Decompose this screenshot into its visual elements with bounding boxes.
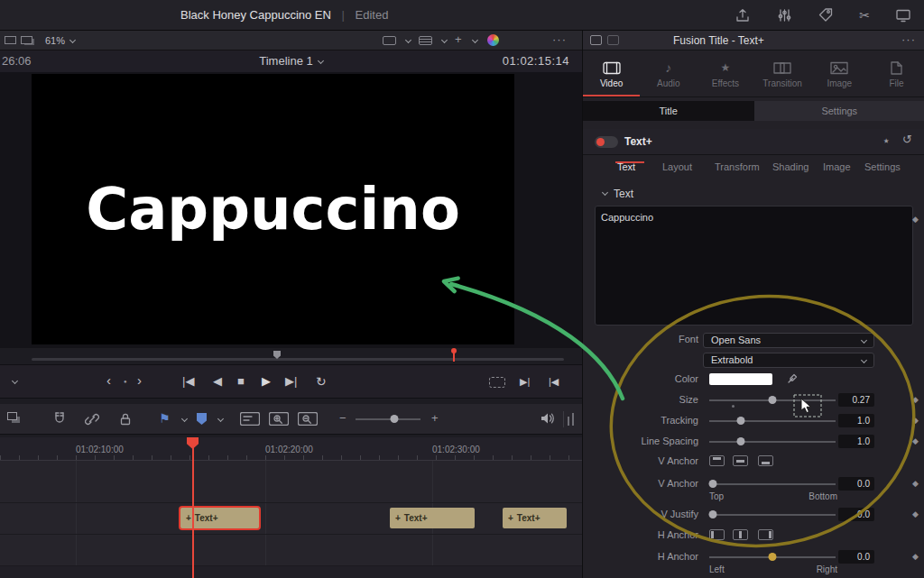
v-anchor-top-button[interactable] <box>709 455 725 466</box>
timeline-view-options-icon[interactable] <box>7 412 17 420</box>
size-value[interactable]: 0.27 <box>838 393 874 407</box>
viewer-options-menu-icon[interactable]: ··· <box>552 31 567 50</box>
dual-screen-icon[interactable] <box>895 7 911 23</box>
chevron-down-icon[interactable] <box>217 416 224 422</box>
video-frame[interactable]: Cappuccino <box>32 74 514 344</box>
zoom-in-view-icon[interactable] <box>269 412 289 426</box>
tab-transition[interactable]: Transition <box>754 52 811 96</box>
loop-button[interactable]: ↻ <box>316 374 327 389</box>
styled-text-input[interactable]: Cappuccino <box>595 206 913 326</box>
next-clip-button[interactable]: › <box>137 372 142 388</box>
v-anchor-bottom-button[interactable] <box>758 455 773 466</box>
play-from-start-button[interactable]: |◀ <box>549 376 559 388</box>
h-anchor-value[interactable]: 0.0 <box>838 550 874 564</box>
dual-viewer-icon[interactable] <box>21 36 32 44</box>
zoom-out-view-icon[interactable] <box>298 412 318 426</box>
keyframe-diamond[interactable]: ◆ <box>912 435 919 447</box>
link-clips-icon[interactable] <box>85 412 99 427</box>
snapping-magnet-icon[interactable] <box>52 411 67 427</box>
tab-settings[interactable]: Settings <box>754 101 924 121</box>
keyframe-diamond[interactable]: ◆ <box>912 477 919 490</box>
tab-audio[interactable]: ♪ Audio <box>640 52 697 96</box>
chevron-down-icon[interactable] <box>472 37 478 43</box>
v-anchor-middle-button[interactable] <box>733 455 748 466</box>
jump-to-end-button[interactable]: ▶| <box>285 374 297 388</box>
zoom-minus-button[interactable]: − <box>339 411 346 425</box>
v-justify-value[interactable]: 0.0 <box>838 508 874 521</box>
v-anchor-value[interactable]: 0.0 <box>838 477 874 491</box>
single-viewer-icon[interactable] <box>5 36 16 44</box>
line-spacing-slider-handle[interactable] <box>737 437 745 445</box>
v-anchor-slider-handle[interactable] <box>709 480 717 488</box>
chevron-down-icon[interactable] <box>405 37 411 43</box>
timeline-zoom-slider[interactable] <box>356 418 420 420</box>
chevron-down-icon[interactable] <box>181 416 188 422</box>
tab-image[interactable]: Image <box>811 52 868 96</box>
tracking-slider[interactable] <box>709 420 836 422</box>
v-justify-slider[interactable] <box>709 514 836 516</box>
v-justify-slider-handle[interactable] <box>709 510 717 518</box>
stop-button[interactable]: ■ <box>237 374 245 388</box>
zoom-plus-button[interactable]: + <box>431 411 439 425</box>
inspector-menu-icon[interactable]: ··· <box>901 31 916 49</box>
tracking-value[interactable]: 1.0 <box>838 414 874 427</box>
marker-shield-icon[interactable] <box>197 413 207 425</box>
custom-view-icon[interactable] <box>240 412 260 426</box>
subtab-layout[interactable]: Layout <box>662 161 692 172</box>
h-anchor-slider[interactable] <box>709 556 836 558</box>
tab-video[interactable]: Video <box>583 52 640 96</box>
font-weight-dropdown[interactable]: Extrabold <box>703 353 874 368</box>
overlay-mode-icon[interactable] <box>419 36 432 45</box>
keyframe-diamond[interactable]: ◆ <box>912 508 919 520</box>
source-mode-icon[interactable] <box>383 36 396 45</box>
keyframe-diamond[interactable]: ◆ <box>912 393 919 406</box>
clip-info-alt-icon[interactable] <box>607 35 619 45</box>
timeline-ruler[interactable]: 01:02:10:00 01:02:20:00 01:02:30:00 <box>0 437 582 461</box>
tab-file[interactable]: File <box>868 52 924 96</box>
line-spacing-value[interactable]: 1.0 <box>838 435 874 448</box>
subtab-settings[interactable]: Settings <box>864 161 901 172</box>
speaker-icon[interactable] <box>540 411 556 426</box>
keyframe-diamond[interactable]: ◆ <box>912 414 919 427</box>
color-swatch[interactable] <box>709 373 772 385</box>
tab-title[interactable]: Title <box>583 101 754 121</box>
h-anchor-center-button[interactable] <box>733 529 748 540</box>
viewer-scrubber[interactable] <box>0 348 582 362</box>
keyframe-diamond[interactable]: ◆ <box>912 550 919 563</box>
scrubber-track[interactable] <box>32 358 564 361</box>
line-spacing-slider[interactable] <box>709 441 836 443</box>
timeline-clip-text-3[interactable]: + Text+ <box>503 508 567 528</box>
play-button[interactable]: ▶ <box>262 374 271 388</box>
export-icon[interactable] <box>735 7 751 23</box>
v-anchor-slider[interactable] <box>709 483 836 485</box>
subtab-transform[interactable]: Transform <box>715 161 760 172</box>
color-wheel-icon[interactable] <box>487 34 499 46</box>
playhead-line[interactable] <box>192 437 194 578</box>
mixer-icon[interactable] <box>776 7 792 23</box>
zoom-select[interactable]: 61% <box>45 31 75 50</box>
timeline-selector[interactable]: Timeline 1 <box>0 50 582 72</box>
h-anchor-left-button[interactable] <box>709 529 725 540</box>
size-slider[interactable] <box>709 399 836 401</box>
clip-info-icon[interactable] <box>590 35 602 45</box>
subtab-image[interactable]: Image <box>823 161 851 172</box>
node-enable-toggle[interactable] <box>595 136 618 148</box>
size-slider-handle[interactable] <box>769 396 777 404</box>
timeline-tracks[interactable]: + Text+ + Text+ + Text+ <box>0 461 582 578</box>
wand-icon[interactable]: ⋆ <box>882 133 891 149</box>
transform-tool-icon[interactable]: + <box>455 32 462 46</box>
text-section-header[interactable]: Text <box>583 186 924 204</box>
collapse-chevron-icon[interactable] <box>12 378 18 384</box>
subtab-shading[interactable]: Shading <box>772 161 808 172</box>
step-back-button[interactable]: ◀ <box>213 374 222 388</box>
timeline-clip-text-2[interactable]: + Text+ <box>390 508 475 528</box>
scissors-icon[interactable]: ✂ <box>859 8 870 23</box>
lock-icon[interactable] <box>119 412 132 426</box>
jump-to-start-button[interactable]: |◀ <box>182 374 194 388</box>
h-anchor-slider-handle[interactable] <box>769 553 777 561</box>
flag-icon[interactable]: ⚑ <box>159 411 171 426</box>
match-frame-box-icon[interactable] <box>489 377 505 388</box>
keyword-tag-icon[interactable] <box>818 7 834 23</box>
eyedropper-icon[interactable] <box>787 372 799 384</box>
keyframe-diamond[interactable]: ◆ <box>912 213 919 225</box>
